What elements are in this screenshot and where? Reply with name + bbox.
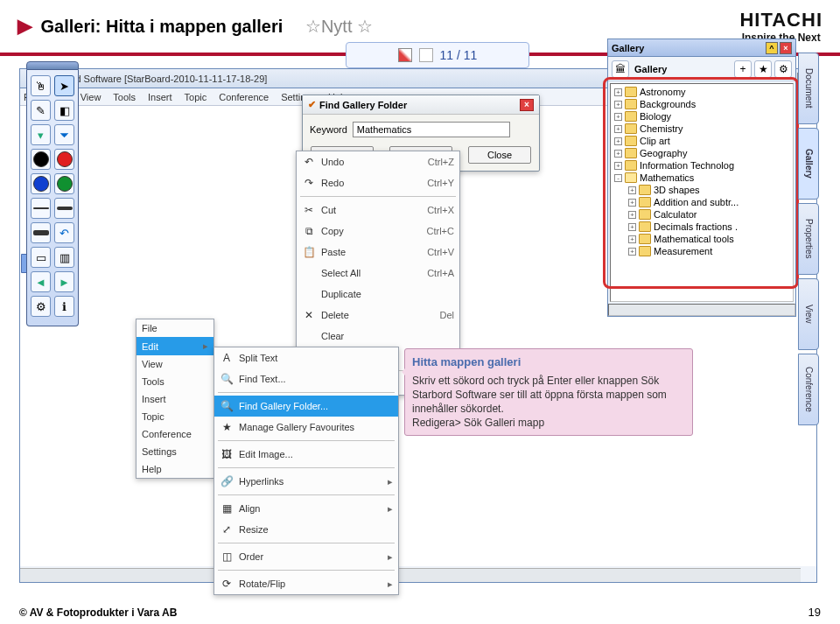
pages-tool[interactable]: ▥	[54, 247, 74, 268]
tree-scroll-h[interactable]	[608, 304, 795, 316]
filemenu-topic[interactable]: Topic	[136, 408, 214, 425]
color-black[interactable]	[31, 149, 51, 170]
tree-biology[interactable]: +Biology	[612, 110, 791, 123]
gallery-header[interactable]: Gallery ^ ×	[608, 39, 795, 57]
undo-tool[interactable]: ↶	[54, 222, 74, 243]
gallery-panel: Gallery ^ × 🏛 Gallery + ★ ⚙ +Astronomy+B…	[607, 39, 796, 317]
prev-tool[interactable]: ◄	[31, 271, 51, 292]
submenu-order[interactable]: ◫Order▸	[214, 546, 398, 567]
tree-astronomy[interactable]: +Astronomy	[612, 86, 791, 98]
toolbar-grip[interactable]	[26, 61, 79, 70]
gallery-toolbar-label: Gallery	[634, 64, 667, 74]
submenu-split-text[interactable]: ASplit Text	[214, 347, 398, 368]
submenu-align[interactable]: ▦Align▸	[214, 498, 398, 519]
gallery-fav-button[interactable]: ★	[754, 60, 772, 78]
tree-information-technolog[interactable]: +Information Technolog	[612, 159, 791, 172]
tree-backgrounds[interactable]: +Backgrounds	[612, 98, 791, 110]
ctx-undo[interactable]: ↶UndoCtrl+Z	[297, 151, 459, 172]
title-prefix: Galleri:	[41, 17, 102, 36]
submenu-edit-image-[interactable]: 🖼Edit Image...	[214, 444, 398, 465]
sidetab-gallery[interactable]: Gallery	[798, 128, 819, 200]
tree-addition-and-subtr-[interactable]: +Addition and subtr...	[612, 196, 791, 208]
tree-calculator[interactable]: +Calculator	[612, 208, 791, 221]
scrollbar-h[interactable]	[20, 568, 801, 582]
width-med[interactable]	[54, 198, 74, 219]
annotation-callout: Hitta mappen galleri Skriv ett sökord oc…	[404, 348, 693, 436]
filemenu-conference[interactable]: Conference	[136, 425, 214, 443]
filemenu-settings[interactable]: Settings	[136, 443, 214, 460]
gallery-tree[interactable]: +Astronomy+Backgrounds+Biology+Chemistry…	[610, 83, 794, 302]
menu-tools[interactable]: Tools	[113, 92, 136, 102]
filemenu-view[interactable]: View	[136, 355, 214, 373]
search-icon: ✔	[308, 99, 316, 110]
newpage-tool[interactable]: ▭	[31, 247, 51, 268]
gear-tool[interactable]: ⚙	[31, 296, 51, 317]
dialog-title: Find Gallery Folder	[319, 100, 407, 110]
filemenu-help[interactable]: Help	[136, 460, 214, 478]
menu-topic[interactable]: Topic	[185, 92, 207, 102]
side-tabs: DocumentGalleryPropertiesViewConference	[798, 53, 819, 425]
bullet-icon: ▶	[18, 15, 32, 37]
tree-clip-art[interactable]: +Clip art	[612, 135, 791, 147]
keyword-input[interactable]	[353, 122, 510, 137]
color-blue[interactable]	[31, 173, 51, 194]
chevron-down-tool[interactable]: ▾	[31, 124, 51, 145]
ctx-cut[interactable]: ✂CutCtrl+X	[297, 200, 459, 221]
tree-chemistry[interactable]: +Chemistry	[612, 123, 791, 135]
next-tool[interactable]: ►	[54, 271, 74, 292]
submenu-hyperlinks[interactable]: 🔗Hyperlinks▸	[214, 471, 398, 492]
submenu-rotate-flip[interactable]: ⟳Rotate/Flip▸	[214, 573, 398, 594]
tree-measurement[interactable]: +Measurement	[612, 245, 791, 257]
ctx-redo[interactable]: ↷RedoCtrl+Y	[297, 172, 459, 193]
ctx-paste[interactable]: 📋PasteCtrl+V	[297, 242, 459, 263]
submenu-find-text-[interactable]: 🔍Find Text...	[214, 368, 398, 389]
gallery-settings-button[interactable]: ⚙	[774, 60, 792, 78]
title-main: Hitta i mappen galleri	[106, 17, 283, 36]
page-indicator-text: 11 / 11	[440, 48, 478, 62]
menu-insert[interactable]: Insert	[148, 92, 172, 102]
width-thin[interactable]	[31, 198, 51, 219]
submenu-resize[interactable]: ⤢Resize	[214, 519, 398, 540]
mouse-tool[interactable]: 🖱	[31, 75, 51, 96]
sidetab-properties[interactable]: Properties	[798, 203, 819, 275]
tree-geography[interactable]: +Geography	[612, 147, 791, 159]
tree-decimals-fractions-[interactable]: +Decimals fractions .	[612, 221, 791, 233]
dialog-titlebar[interactable]: ✔ Find Gallery Folder ×	[303, 95, 539, 115]
sidetab-view[interactable]: View	[798, 278, 819, 350]
ctx-delete[interactable]: ✕DeleteDel	[297, 305, 459, 326]
submenu-manage-gallery-favourites[interactable]: ★Manage Gallery Favourites	[214, 417, 398, 438]
ctx-copy[interactable]: ⧉CopyCtrl+C	[297, 221, 459, 242]
ctx-duplicate[interactable]: Duplicate	[297, 284, 459, 305]
page-indicator-pill[interactable]: 11 / 11	[346, 42, 529, 68]
filemenu-tools[interactable]: Tools	[136, 373, 214, 390]
color-red[interactable]	[54, 149, 74, 170]
left-toolbar: 🖱➤ ✎◧ ▾⏷ ↶ ▭▥ ◄► ⚙ℹ	[26, 61, 79, 326]
dialog-close-button[interactable]: ×	[520, 99, 534, 111]
callout-title: Hitta mappen galleri	[412, 354, 685, 370]
ctx-clear[interactable]: Clear	[297, 326, 459, 347]
gallery-close-button[interactable]: ×	[780, 42, 792, 54]
gallery-add-button[interactable]: +	[734, 60, 752, 78]
filemenu-edit[interactable]: Edit▸	[136, 337, 214, 355]
filemenu-insert[interactable]: Insert	[136, 390, 214, 408]
submenu-find-gallery-folder-[interactable]: 🔍Find Gallery Folder...	[214, 396, 398, 417]
tree-mathematical-tools[interactable]: +Mathematical tools	[612, 233, 791, 245]
menu-view[interactable]: View	[80, 92, 102, 102]
close-button[interactable]: Close	[468, 146, 531, 164]
sidetab-document[interactable]: Document	[798, 53, 819, 124]
pen-tool[interactable]: ✎	[31, 100, 51, 121]
eraser-tool[interactable]: ◧	[54, 100, 74, 121]
color-green[interactable]	[54, 173, 74, 194]
sidetab-conference[interactable]: Conference	[798, 354, 819, 425]
filemenu-file[interactable]: File	[136, 319, 214, 337]
tree-mathematics[interactable]: -Mathematics	[612, 172, 791, 184]
gallery-home-icon[interactable]: 🏛	[612, 60, 629, 78]
menu-conference[interactable]: Conference	[219, 92, 269, 102]
width-thick[interactable]	[31, 222, 51, 243]
gallery-min-button[interactable]: ^	[766, 42, 778, 54]
ctx-select-all[interactable]: Select AllCtrl+A	[297, 263, 459, 284]
pointer-tool[interactable]: ➤	[54, 75, 74, 96]
funnel-tool[interactable]: ⏷	[54, 124, 74, 145]
tree--d-shapes[interactable]: +3D shapes	[612, 184, 791, 196]
about-tool[interactable]: ℹ	[54, 296, 74, 317]
